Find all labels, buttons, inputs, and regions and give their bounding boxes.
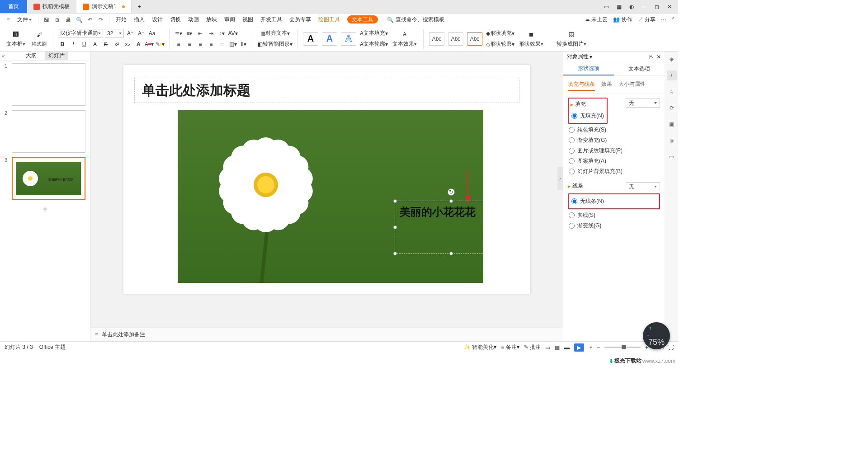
opt-solid-fill[interactable]: 纯色填充(S) bbox=[568, 125, 660, 135]
shape-style-3[interactable]: Abc bbox=[467, 32, 482, 46]
align-right-icon[interactable]: ≡ bbox=[196, 40, 205, 49]
smart-shape-button[interactable]: ◧ 转智能图形▾ bbox=[258, 40, 292, 49]
tab-home[interactable]: 首页 bbox=[0, 0, 27, 13]
tab-add[interactable]: + bbox=[132, 0, 147, 13]
menu-animation[interactable]: 动画 bbox=[185, 16, 202, 24]
shape-fill-button[interactable]: ◆ 形状填充▾ bbox=[486, 29, 514, 38]
side-transition-icon[interactable]: ⟳ bbox=[667, 103, 677, 113]
section-header-line[interactable]: ▸线条 bbox=[568, 182, 583, 190]
thumb-list[interactable]: 1 2 3 美丽的小花花花 + bbox=[0, 61, 90, 341]
hamburger-icon[interactable]: ≡ bbox=[4, 15, 13, 24]
underline-icon[interactable]: U bbox=[80, 40, 89, 49]
font-color-icon[interactable]: A▾ bbox=[145, 40, 154, 49]
collapse-right-icon[interactable]: › bbox=[557, 167, 563, 190]
opt-picture-fill[interactable]: 图片或纹理填充(P) bbox=[568, 146, 660, 156]
group-format-painter[interactable]: 🖌格式刷 bbox=[30, 30, 48, 47]
save-as-icon[interactable]: 🗎 bbox=[53, 15, 62, 24]
align-center-icon[interactable]: ≡ bbox=[185, 40, 194, 49]
slide-image[interactable]: ↻ 美丽的小花花花 — ≋ ✎ bbox=[178, 110, 483, 283]
bold-icon[interactable]: B bbox=[58, 40, 67, 49]
user-icon[interactable]: ◐ bbox=[627, 4, 636, 10]
rotate-handle-icon[interactable]: ↻ bbox=[448, 188, 455, 196]
side-style-icon[interactable]: ☆ bbox=[667, 87, 677, 97]
fit-icon[interactable]: ⛶ bbox=[668, 344, 674, 351]
text-fill-button[interactable]: A 文本填充▾ bbox=[360, 29, 388, 38]
tab-templates[interactable]: 找稻壳模板 bbox=[27, 0, 76, 13]
side-settings-icon[interactable]: ⫶ bbox=[667, 70, 677, 80]
textbox-content[interactable]: 美丽的小花花花 bbox=[395, 201, 483, 223]
font-size-select[interactable]: 32 bbox=[105, 29, 124, 38]
coop-button[interactable]: 👥 协作 bbox=[613, 16, 632, 24]
thumb-2[interactable]: 2 bbox=[5, 110, 85, 153]
font-name-select[interactable]: 汉仪字研卡通简 bbox=[58, 29, 103, 38]
bullets-icon[interactable]: ≣▾ bbox=[174, 29, 183, 38]
subtab-fill-line[interactable]: 填充与线条 bbox=[568, 79, 595, 91]
save-icon[interactable]: 🖫 bbox=[42, 15, 51, 24]
wordart-style-1[interactable]: A bbox=[303, 32, 318, 46]
shadow-icon[interactable]: A bbox=[90, 40, 99, 49]
add-slide-button[interactable]: + bbox=[5, 204, 85, 215]
more-icon[interactable]: ⋯ bbox=[661, 17, 666, 23]
fill-preset-select[interactable]: 无 bbox=[626, 99, 660, 108]
radio-solid[interactable] bbox=[569, 127, 575, 133]
shrink-font-icon[interactable]: A⁻ bbox=[137, 29, 146, 38]
line-preset-select[interactable]: 无 bbox=[626, 182, 660, 191]
opt-gradient-line[interactable]: 渐变线(G) bbox=[568, 221, 660, 231]
align-text-button[interactable]: ▦ 对齐文本▾ bbox=[258, 29, 292, 38]
opt-bg-fill[interactable]: 幻灯片背景填充(B) bbox=[568, 166, 660, 177]
subtab-size[interactable]: 大小与属性 bbox=[618, 79, 646, 91]
shape-outline-button[interactable]: ◇ 形状轮廓▾ bbox=[486, 40, 514, 49]
menu-slideshow[interactable]: 放映 bbox=[203, 16, 220, 24]
radio-pattern[interactable] bbox=[569, 158, 575, 164]
tab-text-options[interactable]: 文本选项 bbox=[614, 62, 665, 75]
wordart-style-3[interactable]: A bbox=[341, 32, 356, 46]
shape-style-2[interactable]: Abc bbox=[448, 32, 463, 46]
resize-handle[interactable] bbox=[393, 252, 397, 255]
menu-file[interactable]: 文件 bbox=[14, 16, 34, 24]
collapse-left-icon[interactable]: « bbox=[2, 53, 9, 59]
subtab-effect[interactable]: 效果 bbox=[601, 79, 612, 91]
distribute-icon[interactable]: ≣ bbox=[217, 40, 226, 49]
notes-button[interactable]: ≡ 备注▾ bbox=[501, 343, 519, 351]
radio-solid-line[interactable] bbox=[569, 212, 575, 218]
thumb-3[interactable]: 3 美丽的小花花花 bbox=[5, 157, 85, 200]
view-normal-icon[interactable]: ▭ bbox=[545, 344, 550, 351]
resize-handle[interactable] bbox=[393, 199, 397, 203]
redo-icon[interactable]: ↷ bbox=[96, 15, 105, 24]
radio-grad[interactable] bbox=[569, 137, 575, 143]
tab-shape-options[interactable]: 形状选项 bbox=[563, 62, 614, 75]
opt-pattern-fill[interactable]: 图案填充(A) bbox=[568, 156, 660, 166]
opt-no-line[interactable]: 无线条(N) bbox=[571, 196, 657, 207]
layout-icon[interactable]: ▭ bbox=[602, 4, 610, 10]
pin-icon[interactable]: ⇱ bbox=[649, 54, 654, 60]
menu-dev[interactable]: 开发工具 bbox=[258, 16, 285, 24]
radio-no-line[interactable] bbox=[571, 198, 577, 204]
undo-icon[interactable]: ↶ bbox=[85, 15, 94, 24]
menu-design[interactable]: 设计 bbox=[149, 16, 165, 24]
text-direction-icon[interactable]: Ⅱ▾ bbox=[239, 40, 248, 49]
change-case-icon[interactable]: Aa bbox=[147, 29, 156, 38]
radio-no-fill[interactable] bbox=[571, 113, 577, 119]
title-placeholder[interactable]: 单击此处添加标题 bbox=[134, 78, 519, 103]
group-textbox[interactable]: 🅰文本框▾ bbox=[5, 29, 27, 48]
selected-textbox[interactable]: ↻ 美丽的小花花花 bbox=[395, 201, 483, 254]
clear-format-icon[interactable]: A̷ bbox=[134, 40, 143, 49]
columns-icon[interactable]: ▥▾ bbox=[228, 40, 237, 49]
zoom-out-icon[interactable]: − bbox=[597, 344, 600, 351]
grow-font-icon[interactable]: A⁺ bbox=[126, 29, 135, 38]
subscript-icon[interactable]: x₂ bbox=[123, 40, 132, 49]
menu-view[interactable]: 视图 bbox=[240, 16, 256, 24]
tab-slides[interactable]: 幻灯片 bbox=[45, 52, 68, 60]
align-left-icon[interactable]: ≡ bbox=[174, 40, 183, 49]
menu-insert[interactable]: 插入 bbox=[131, 16, 147, 24]
numbering-icon[interactable]: ≡▾ bbox=[185, 29, 194, 38]
print-icon[interactable]: 🖶 bbox=[64, 15, 73, 24]
radio-pic[interactable] bbox=[569, 148, 575, 154]
menu-transition[interactable]: 切换 bbox=[167, 16, 184, 24]
text-outline-button[interactable]: A 文本轮廓▾ bbox=[360, 40, 388, 49]
view-reading-icon[interactable]: ▬ bbox=[564, 344, 570, 351]
side-diamond-icon[interactable]: ◈ bbox=[667, 54, 677, 64]
canvas-scroll[interactable]: 单击此处添加标题 ↻ 美丽的小花花花 bbox=[90, 52, 563, 328]
thumb-1[interactable]: 1 bbox=[5, 63, 85, 106]
side-location-icon[interactable]: ◎ bbox=[667, 136, 677, 146]
